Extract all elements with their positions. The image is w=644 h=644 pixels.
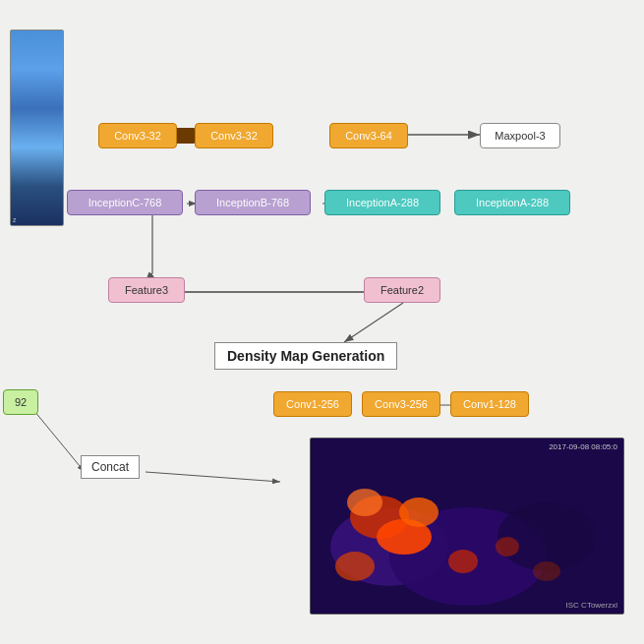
svg-line-13 bbox=[29, 405, 85, 472]
svg-point-25 bbox=[335, 552, 375, 581]
node-conv3-64: Conv3-64 bbox=[329, 123, 408, 148]
node-conv1-128: Conv1-128 bbox=[450, 391, 529, 417]
svg-point-22 bbox=[347, 489, 382, 516]
svg-line-14 bbox=[146, 472, 280, 482]
heatmap-timestamp: 2017-09-08 08:05:0 bbox=[549, 442, 617, 451]
node-conv3-32a: Conv3-32 bbox=[98, 123, 177, 148]
node-conv3-256: Conv3-256 bbox=[362, 391, 440, 417]
heatmap-logo: ISC CTowerzxl bbox=[566, 601, 617, 610]
node-feature2: Feature2 bbox=[364, 277, 440, 303]
svg-point-26 bbox=[533, 561, 560, 581]
svg-point-24 bbox=[496, 537, 519, 556]
density-map-label: Density Map Generation bbox=[214, 342, 397, 370]
node-92: 92 bbox=[3, 389, 38, 415]
diagram-container: z bbox=[0, 0, 644, 644]
input-image: z bbox=[10, 29, 64, 226]
svg-point-18 bbox=[498, 502, 596, 571]
node-inceptionC: InceptionC-768 bbox=[67, 190, 183, 215]
node-conv1-256: Conv1-256 bbox=[273, 391, 352, 417]
svg-point-21 bbox=[399, 498, 439, 527]
node-inceptionA1: InceptionA-288 bbox=[324, 190, 440, 215]
heatmap-image: 2017-09-08 08:05:0 ISC CTowerzxl bbox=[310, 438, 624, 615]
svg-line-10 bbox=[344, 303, 403, 342]
heatmap-svg bbox=[311, 439, 624, 615]
node-conv3-32b: Conv3-32 bbox=[195, 123, 273, 148]
node-inceptionA2: InceptionA-288 bbox=[454, 190, 570, 215]
node-feature3: Feature3 bbox=[108, 277, 185, 303]
node-concat: Concat bbox=[81, 455, 140, 479]
node-inceptionB: InceptionB-768 bbox=[195, 190, 311, 215]
image-label: z bbox=[13, 216, 17, 223]
node-maxpool3: Maxpool-3 bbox=[480, 123, 560, 148]
svg-point-23 bbox=[448, 550, 478, 573]
